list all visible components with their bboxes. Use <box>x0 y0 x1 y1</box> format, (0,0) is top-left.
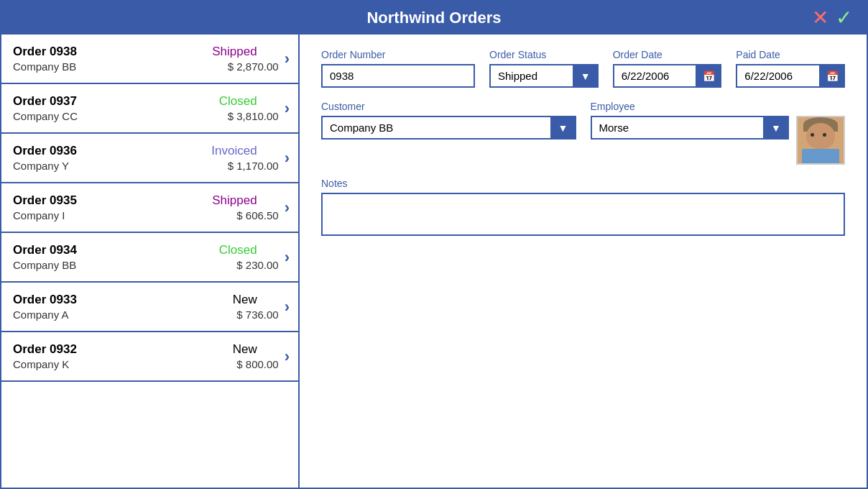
employee-label: Employee <box>591 101 846 112</box>
chevron-right-icon-0938: › <box>285 50 290 68</box>
confirm-button[interactable]: ✓ <box>836 8 852 28</box>
order-number-group: Order Number <box>321 49 475 88</box>
form-top-grid: Order Number Order Status NewInvoicedShi… <box>321 49 845 88</box>
customer-select-wrapper: Company ACompany BBCompany CCCompany ICo… <box>321 116 576 140</box>
order-amount-0934: $ 230.00 <box>185 259 279 271</box>
close-button[interactable]: ✕ <box>812 8 828 28</box>
order-company-0936: Company Y <box>13 160 185 172</box>
employee-row: MorseSmithJones ▼ <box>591 116 846 165</box>
paid-date-calendar-button[interactable]: 📅 <box>819 64 845 88</box>
order-status-0937: Closed <box>185 94 257 109</box>
employee-photo <box>796 116 845 165</box>
order-amount-0936: $ 1,170.00 <box>185 160 279 172</box>
customer-group: Customer Company ACompany BBCompany CCCo… <box>321 101 576 140</box>
order-info-0936: Order 0936 Company Y <box>13 144 185 172</box>
title-bar-buttons: ✕ ✓ <box>812 8 852 28</box>
order-date-calendar-button[interactable]: 📅 <box>696 64 721 88</box>
order-item-0932[interactable]: Order 0932 Company K New $ 800.00 › <box>1 332 298 382</box>
employee-dropdown-wrapper: MorseSmithJones ▼ <box>591 116 790 140</box>
calendar-icon-2: 📅 <box>826 70 839 82</box>
order-title-0936: Order 0936 <box>13 144 185 158</box>
order-status-amount-0938: Shipped $ 2,870.00 <box>185 45 279 73</box>
order-title-0935: Order 0935 <box>13 193 185 208</box>
chevron-right-icon-0934: › <box>285 248 290 267</box>
order-status-select-wrapper: NewInvoicedShippedClosed ▼ <box>489 64 599 88</box>
order-company-0933: Company A <box>13 309 185 321</box>
order-status-0933: New <box>185 293 257 307</box>
app-window: Northwind Orders ✕ ✓ Order 0938 Company … <box>0 0 868 489</box>
paid-date-label: Paid Date <box>736 49 845 60</box>
order-status-amount-0935: Shipped $ 606.50 <box>185 193 279 221</box>
employee-select-wrapper: MorseSmithJones ▼ <box>591 116 790 140</box>
order-info-0933: Order 0933 Company A <box>13 293 185 321</box>
order-title-0934: Order 0934 <box>13 243 185 257</box>
eye-right <box>823 133 826 137</box>
order-company-0938: Company BB <box>13 60 185 73</box>
order-date-label: Order Date <box>613 49 722 60</box>
order-item-0937[interactable]: Order 0937 Company CC Closed $ 3,810.00 … <box>1 84 298 134</box>
order-item-0936[interactable]: Order 0936 Company Y Invoiced $ 1,170.00… <box>1 134 298 183</box>
order-status-0936: Invoiced <box>185 144 257 158</box>
order-status-label: Order Status <box>489 49 599 60</box>
order-status-group: Order Status NewInvoicedShippedClosed ▼ <box>489 49 599 88</box>
order-info-0932: Order 0932 Company K <box>13 342 185 370</box>
notes-label: Notes <box>321 178 845 189</box>
eye-left <box>811 133 814 137</box>
order-info-0938: Order 0938 Company BB <box>13 45 185 73</box>
order-title-0937: Order 0937 <box>13 94 185 109</box>
order-status-amount-0932: New $ 800.00 <box>185 342 279 370</box>
paid-date-wrapper: 📅 <box>736 64 845 88</box>
order-amount-0935: $ 606.50 <box>185 209 279 221</box>
order-company-0935: Company I <box>13 209 185 221</box>
order-info-0934: Order 0934 Company BB <box>13 243 185 271</box>
order-number-input[interactable] <box>321 64 475 88</box>
form-bottom-grid: Customer Company ACompany BBCompany CCCo… <box>321 101 845 165</box>
order-title-0932: Order 0932 <box>13 342 185 357</box>
order-amount-0933: $ 736.00 <box>185 309 279 321</box>
chevron-right-icon-0937: › <box>285 99 290 118</box>
chevron-right-icon-0932: › <box>285 347 290 366</box>
order-status-amount-0934: Closed $ 230.00 <box>185 243 279 271</box>
employee-select[interactable]: MorseSmithJones <box>591 116 790 140</box>
order-date-group: Order Date 📅 <box>613 49 722 88</box>
order-item-0934[interactable]: Order 0934 Company BB Closed $ 230.00 › <box>1 233 298 283</box>
order-date-wrapper: 📅 <box>613 64 722 88</box>
order-info-0935: Order 0935 Company I <box>13 193 185 221</box>
employee-arrow[interactable]: ▼ <box>763 116 789 140</box>
shirt <box>802 149 839 163</box>
order-title-0933: Order 0933 <box>13 293 185 307</box>
order-status-0938: Shipped <box>185 45 257 59</box>
order-info-0937: Order 0937 Company CC <box>13 94 185 122</box>
order-number-label: Order Number <box>321 49 475 60</box>
title-bar: Northwind Orders ✕ ✓ <box>1 1 867 35</box>
customer-select[interactable]: Company ACompany BBCompany CCCompany ICo… <box>321 116 576 140</box>
order-status-0934: Closed <box>185 243 257 257</box>
order-status-amount-0936: Invoiced $ 1,170.00 <box>185 144 279 172</box>
order-status-amount-0937: Closed $ 3,810.00 <box>185 94 279 122</box>
order-item-0938[interactable]: Order 0938 Company BB Shipped $ 2,870.00… <box>1 35 298 84</box>
order-amount-0932: $ 800.00 <box>185 358 279 370</box>
main-content: Order 0938 Company BB Shipped $ 2,870.00… <box>1 35 867 488</box>
chevron-down-icon: ▼ <box>581 70 591 82</box>
avatar <box>798 117 844 163</box>
customer-label: Customer <box>321 101 576 112</box>
calendar-icon: 📅 <box>703 70 715 82</box>
order-list: Order 0938 Company BB Shipped $ 2,870.00… <box>1 35 300 488</box>
order-company-0932: Company K <box>13 358 185 370</box>
chevron-down-icon-2: ▼ <box>558 122 568 134</box>
eyes <box>811 133 826 137</box>
notes-group: Notes <box>321 178 845 236</box>
order-status-arrow[interactable]: ▼ <box>573 64 599 88</box>
notes-textarea[interactable] <box>321 193 845 236</box>
order-title-0938: Order 0938 <box>13 45 185 59</box>
order-amount-0937: $ 3,810.00 <box>185 110 279 122</box>
order-company-0937: Company CC <box>13 110 185 122</box>
chevron-right-icon-0933: › <box>285 298 290 316</box>
paid-date-group: Paid Date 📅 <box>736 49 845 88</box>
customer-arrow[interactable]: ▼ <box>550 116 576 140</box>
chevron-right-icon-0936: › <box>285 149 290 168</box>
order-item-0935[interactable]: Order 0935 Company I Shipped $ 606.50 › <box>1 183 298 233</box>
right-panel: Order Number Order Status NewInvoicedShi… <box>300 35 867 488</box>
order-status-0935: Shipped <box>185 193 257 208</box>
order-item-0933[interactable]: Order 0933 Company A New $ 736.00 › <box>1 283 298 332</box>
